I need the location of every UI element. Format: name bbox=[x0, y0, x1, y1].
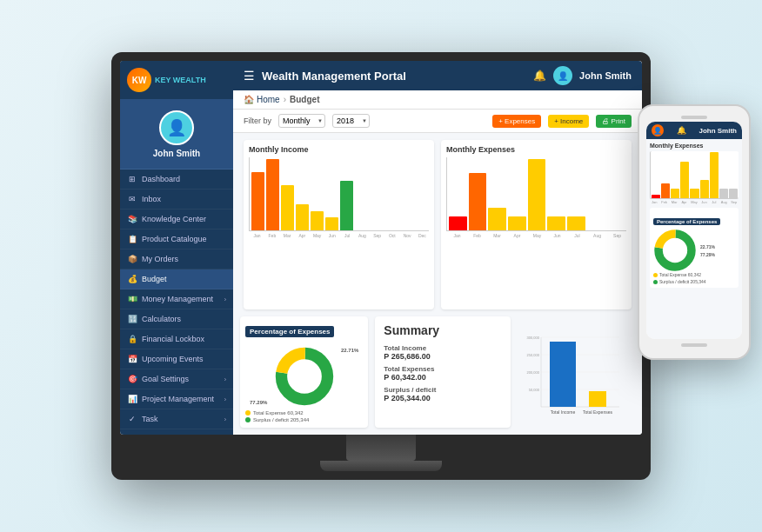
bell-icon[interactable]: 🔔 bbox=[533, 70, 546, 82]
sidebar-label-catalogue: Product Catalogue bbox=[142, 235, 207, 243]
breadcrumb-home[interactable]: 🏠 Home bbox=[244, 95, 280, 104]
catalogue-icon: 📋 bbox=[127, 234, 137, 244]
summary-income-row: Total Income P 265,686.00 bbox=[384, 344, 501, 361]
inbox-icon: ✉ bbox=[127, 194, 137, 204]
income-label-2: Mar bbox=[281, 233, 294, 238]
expense-bar-2 bbox=[488, 208, 506, 230]
top-username: John Smith bbox=[579, 70, 632, 81]
orders-icon: 📦 bbox=[127, 254, 137, 264]
sidebar-item-budget[interactable]: 💰 Budget bbox=[120, 269, 233, 289]
knowledge-icon: 📚 bbox=[127, 214, 137, 224]
income-bar-6 bbox=[340, 181, 353, 230]
hamburger-icon[interactable]: ☰ bbox=[244, 69, 255, 83]
expenses-button[interactable]: + Expenses bbox=[492, 115, 541, 128]
expense-label-8: Sep bbox=[608, 233, 626, 238]
phone-legend-item-surplus: Surplus / deficit 205,344 bbox=[653, 279, 735, 284]
svg-point-19 bbox=[665, 240, 685, 261]
charts-row: Monthly Income JanFebMarAprMayJunJulAugS… bbox=[233, 133, 642, 316]
sidebar-item-knowledge[interactable]: 📚 Knowledge Center bbox=[120, 209, 233, 229]
sidebar-item-inbox[interactable]: ✉ Inbox bbox=[120, 190, 233, 209]
logo-icon: KW bbox=[127, 68, 151, 92]
phone-bar-label-7: Aug bbox=[719, 200, 728, 204]
calc-icon: 🔢 bbox=[127, 314, 137, 324]
sidebar-label-knowledge: Knowledge Center bbox=[142, 215, 206, 223]
main-content: ☰ Wealth Management Portal 🔔 👤 John Smit… bbox=[233, 61, 642, 435]
monitor-stand bbox=[346, 435, 416, 461]
breadcrumb-home-label: Home bbox=[257, 95, 280, 104]
expense-bar-3 bbox=[508, 216, 526, 230]
project-icon: 📊 bbox=[127, 394, 137, 404]
phone-bar-6 bbox=[710, 152, 719, 198]
phone-user-circle: 👤 bbox=[652, 124, 664, 136]
expense-bar-6 bbox=[567, 216, 585, 230]
svg-text:50,000: 50,000 bbox=[529, 388, 540, 392]
phone-legend-dot-expense bbox=[653, 273, 658, 277]
sidebar-item-orders[interactable]: 📦 My Orders bbox=[120, 249, 233, 269]
expense-label-7: Aug bbox=[588, 233, 606, 238]
donut-svg bbox=[274, 346, 335, 407]
expense-label-0: Jan bbox=[448, 233, 466, 238]
period-select[interactable]: Monthly bbox=[278, 114, 325, 128]
phone-bar-2 bbox=[671, 189, 679, 198]
logo-wealth: WEALTH bbox=[173, 76, 206, 84]
sidebar-user: 👤 John Smith bbox=[120, 100, 233, 170]
sidebar-label-calc: Calculators bbox=[142, 315, 181, 323]
phone: 👤 🔔 John Smith Monthly Expenses JanFebMa… bbox=[638, 104, 751, 360]
phone-username: John Smith bbox=[698, 127, 737, 135]
legend-dot-expense bbox=[245, 410, 251, 416]
opportunity-icon: 💡 bbox=[127, 434, 137, 435]
expense-label-2: Mar bbox=[488, 233, 506, 238]
sidebar-item-project[interactable]: 📊 Project Management › bbox=[120, 389, 233, 409]
summary-expenses-label: Total Expenses bbox=[384, 365, 501, 373]
phone-chart-labels: JanFebMarAprMayJunJulAugSep bbox=[650, 200, 739, 204]
budget-icon: 💰 bbox=[127, 274, 137, 284]
sidebar-item-calc[interactable]: 🔢 Calculators bbox=[120, 309, 233, 329]
income-bar-chart bbox=[249, 157, 429, 231]
task-icon: ✓ bbox=[127, 414, 137, 424]
phone-legend-dot-surplus bbox=[653, 280, 658, 284]
phone-donut-panel: Percentage of Expenses 22.71% 77.29% bbox=[650, 208, 739, 288]
income-label-6: Jul bbox=[341, 233, 354, 238]
phone-app: 👤 🔔 John Smith Monthly Expenses JanFebMa… bbox=[646, 122, 742, 339]
phone-topbar: 👤 🔔 John Smith bbox=[646, 122, 742, 139]
phone-chart-title: Monthly Expenses bbox=[650, 143, 739, 149]
phone-donut-svg bbox=[653, 229, 697, 272]
sidebar-item-goals[interactable]: 🎯 Goal Settings › bbox=[120, 369, 233, 389]
sidebar-item-task[interactable]: ✓ Task › bbox=[120, 409, 233, 429]
income-button[interactable]: + Income bbox=[548, 115, 589, 128]
phone-home-button[interactable] bbox=[681, 343, 707, 347]
sidebar-item-money[interactable]: 💵 Money Management › bbox=[120, 289, 233, 309]
sidebar-label-events: Upcoming Events bbox=[142, 355, 204, 363]
income-chart-labels: JanFebMarAprMayJunJulAugSepOctNovDec bbox=[249, 233, 429, 238]
income-label-10: Nov bbox=[401, 233, 414, 238]
phone-bar-label-5: Jun bbox=[699, 200, 708, 204]
phone-bar-label-2: Mar bbox=[670, 200, 678, 204]
sidebar-item-dashboard[interactable]: ⊞ Dashboard bbox=[120, 170, 233, 190]
top-bar-left: ☰ Wealth Management Portal bbox=[244, 69, 406, 83]
phone-legend-item-expense: Total Expense 60,342 bbox=[653, 272, 735, 277]
sidebar-item-opportunity[interactable]: 💡 Opportunity › bbox=[120, 429, 233, 435]
income-chart-panel: Monthly Income JanFebMarAprMayJunJulAugS… bbox=[244, 140, 434, 309]
bottom-row: Percentage of Expenses 22.71% 77.29% bbox=[233, 316, 642, 435]
expense-bar-4 bbox=[528, 159, 546, 230]
phone-bar-1 bbox=[661, 183, 670, 198]
phone-bar-7 bbox=[719, 189, 728, 198]
donut-pct-expense: 22.71% bbox=[341, 348, 358, 353]
sidebar-item-events[interactable]: 📅 Upcoming Events bbox=[120, 349, 233, 369]
monitor: KW KEY WEALTH 👤 John Smith ⊞ bbox=[111, 52, 651, 480]
donut-legend: Total Expense 60,342 Surplus / deficit 2… bbox=[245, 410, 363, 422]
phone-pct-surplus: 77.29% bbox=[700, 252, 715, 257]
phone-bar-chart bbox=[650, 151, 739, 199]
sidebar: KW KEY WEALTH 👤 John Smith ⊞ bbox=[120, 61, 233, 435]
expenses-bar-chart bbox=[446, 157, 626, 231]
income-bar-5 bbox=[325, 217, 338, 230]
phone-bar-5 bbox=[700, 180, 709, 198]
print-button[interactable]: 🖨 Print bbox=[596, 115, 632, 128]
legend-item-expense: Total Expense 60,342 bbox=[245, 410, 363, 416]
income-chart-title: Monthly Income bbox=[249, 145, 429, 154]
sidebar-item-lockbox[interactable]: 🔒 Financial Lockbox bbox=[120, 329, 233, 349]
phone-donut-title: Percentage of Expenses bbox=[653, 218, 720, 225]
year-select[interactable]: 2018 bbox=[332, 114, 370, 128]
money-icon: 💵 bbox=[127, 294, 137, 304]
sidebar-item-catalogue[interactable]: 📋 Product Catalogue bbox=[120, 229, 233, 249]
